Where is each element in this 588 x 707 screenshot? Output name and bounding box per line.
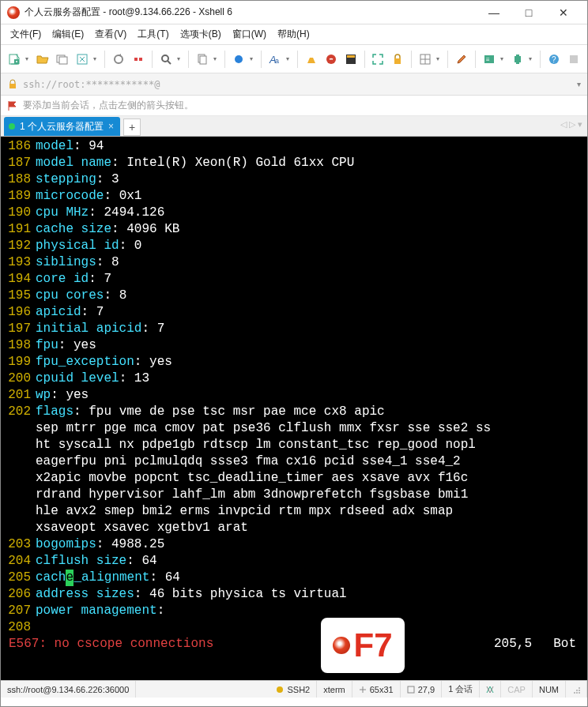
minimize-button[interactable]: — bbox=[477, 2, 511, 24]
new-session-icon[interactable] bbox=[6, 49, 23, 70]
separator bbox=[261, 51, 262, 68]
terminal-line: hle avx2 smep bmi2 erms invpcid rtm mpx … bbox=[1, 503, 587, 520]
svg-point-5 bbox=[115, 55, 122, 63]
status-net-icon bbox=[480, 681, 501, 698]
tab-nav[interactable]: ◁ ▷ ▾ bbox=[560, 119, 582, 130]
dropdown-icon[interactable]: ▾ bbox=[577, 80, 581, 88]
terminal-line: x2apic movbe popcnt tsc_deadline_timer a… bbox=[1, 470, 587, 487]
svg-rect-7 bbox=[139, 58, 142, 61]
status-bar: ssh://root@9.134.66.226:36000 SSH2 xterm… bbox=[1, 680, 587, 698]
terminal[interactable]: 186 model : 94187 model name : Intel(R) … bbox=[1, 137, 587, 680]
help-icon[interactable]: ? bbox=[545, 49, 563, 70]
svg-text:a: a bbox=[275, 57, 279, 65]
toolbar: ▾ ▾ ▾ ▾ ▾ Aa ▾ ▾ ≡ ▾ ▾ ? bbox=[1, 45, 587, 73]
terminal-line: eagerfpu pni pclmulqdq ssse3 fma cx16 pc… bbox=[1, 453, 587, 470]
terminal-line: 207 power management: bbox=[1, 603, 587, 619]
tabs-icon[interactable] bbox=[54, 49, 71, 70]
separator bbox=[364, 51, 365, 68]
lock-icon[interactable] bbox=[389, 49, 406, 70]
terminal-line: 200 cpuid level : 13 bbox=[1, 370, 587, 387]
transfer-icon[interactable] bbox=[74, 49, 91, 70]
menu-view[interactable]: 查看(V) bbox=[90, 25, 131, 43]
terminal-line: ht syscall nx pdpe1gb rdtscp lm constant… bbox=[1, 437, 587, 453]
open-icon[interactable] bbox=[34, 49, 51, 70]
separator bbox=[188, 51, 189, 68]
copy-icon[interactable] bbox=[194, 49, 211, 70]
shortcut-overlay: F7 bbox=[321, 618, 405, 673]
terminal-line: 201 wp : yes bbox=[1, 387, 587, 404]
maximize-button[interactable]: □ bbox=[511, 2, 546, 24]
fullscreen-icon[interactable] bbox=[370, 49, 387, 70]
terminal-line: 204 clflush size : 64 bbox=[1, 553, 587, 570]
edit-icon[interactable] bbox=[453, 49, 470, 70]
separator bbox=[540, 51, 541, 68]
about-icon[interactable] bbox=[565, 49, 582, 70]
terminal-line: 190 cpu MHz : 2494.126 bbox=[1, 205, 587, 221]
dropdown-icon[interactable]: ▾ bbox=[286, 55, 292, 62]
dropdown-icon[interactable]: ▾ bbox=[93, 55, 100, 62]
record-icon[interactable] bbox=[322, 49, 340, 70]
tab-close-icon[interactable]: × bbox=[108, 121, 114, 132]
window-title: 个人云服务器配置 - root@9.134.66.226 - Xshell 6 bbox=[24, 6, 477, 19]
terminal-line: 189 microcode : 0x1 bbox=[1, 188, 587, 205]
terminal-line: 188 stepping : 3 bbox=[1, 171, 587, 188]
dropdown-icon[interactable]: ▾ bbox=[25, 55, 32, 62]
terminal-line: 192 physical id : 0 bbox=[1, 238, 587, 254]
separator bbox=[297, 51, 298, 68]
dropdown-icon[interactable]: ▾ bbox=[500, 55, 507, 62]
dropdown-icon[interactable]: ▾ bbox=[529, 55, 535, 62]
separator bbox=[411, 51, 412, 68]
svg-point-33 bbox=[579, 690, 580, 691]
svg-rect-16 bbox=[347, 55, 355, 58]
script-icon[interactable] bbox=[342, 49, 360, 70]
status-size: 65x31 bbox=[352, 681, 401, 698]
terminal-line: 187 model name : Intel(R) Xeon(R) Gold 6… bbox=[1, 155, 587, 171]
close-button[interactable]: ✕ bbox=[546, 2, 581, 24]
menu-tabs[interactable]: 选项卡(B) bbox=[175, 25, 226, 43]
status-protocol: SSH2 bbox=[270, 681, 317, 698]
tab-bar: 1 个人云服务器配置 × + ◁ ▷ ▾ bbox=[1, 116, 587, 137]
terminal-line: 206 address sizes : 46 bits physica ts v… bbox=[1, 586, 587, 603]
disconnect-icon[interactable] bbox=[130, 49, 147, 70]
menu-help[interactable]: 帮助(H) bbox=[273, 25, 315, 43]
menu-file[interactable]: 文件(F) bbox=[6, 25, 46, 43]
xshell-icon bbox=[333, 637, 350, 654]
svg-rect-24 bbox=[516, 55, 519, 56]
terminal-line: 186 model : 94 bbox=[1, 138, 587, 155]
address-text: ssh://root:************@ bbox=[23, 79, 577, 90]
status-cursor: 27,9 bbox=[401, 681, 442, 698]
terminal-line: 191 cache size : 4096 KB bbox=[1, 221, 587, 238]
layout-icon[interactable] bbox=[416, 49, 434, 70]
font-icon[interactable]: Aa bbox=[266, 49, 284, 70]
color-icon[interactable] bbox=[230, 49, 247, 70]
svg-point-37 bbox=[579, 692, 580, 694]
highlight-icon[interactable] bbox=[303, 49, 320, 70]
svg-rect-6 bbox=[134, 58, 138, 61]
hint-bar: 要添加当前会话，点击左侧的箭头按钮。 bbox=[1, 96, 587, 116]
cursor: e bbox=[66, 570, 74, 586]
terminal-line: 208 bbox=[1, 619, 587, 636]
reconnect-icon[interactable] bbox=[110, 49, 127, 70]
plugin-icon[interactable] bbox=[509, 49, 526, 70]
svg-rect-29 bbox=[9, 84, 16, 88]
terminal-line: 198 fpu : yes bbox=[1, 337, 587, 354]
terminal-line: 196 apicid : 7 bbox=[1, 304, 587, 321]
menu-edit[interactable]: 编辑(E) bbox=[47, 25, 89, 43]
menu-window[interactable]: 窗口(W) bbox=[228, 25, 271, 43]
dropdown-icon[interactable]: ▾ bbox=[177, 55, 183, 62]
svg-point-36 bbox=[576, 692, 578, 694]
tab-add-button[interactable]: + bbox=[123, 118, 141, 136]
menu-tools[interactable]: 工具(T) bbox=[133, 25, 173, 43]
terminal-line: 195 cpu cores : 8 bbox=[1, 288, 587, 304]
title-bar: 个人云服务器配置 - root@9.134.66.226 - Xshell 6 … bbox=[1, 1, 587, 24]
svg-text:?: ? bbox=[552, 55, 556, 64]
command-icon[interactable]: ≡ bbox=[481, 49, 498, 70]
session-tab[interactable]: 1 个人云服务器配置 × bbox=[4, 117, 120, 136]
dropdown-icon[interactable]: ▾ bbox=[250, 55, 256, 62]
address-bar[interactable]: ssh://root:************@ ▾ bbox=[1, 73, 587, 96]
terminal-line: 202 flags : fpu vme de pse tsc msr pae m… bbox=[1, 404, 587, 420]
terminal-line: 197 initial apicid : 7 bbox=[1, 321, 587, 337]
search-icon[interactable] bbox=[157, 49, 175, 70]
dropdown-icon[interactable]: ▾ bbox=[436, 55, 443, 62]
dropdown-icon[interactable]: ▾ bbox=[213, 55, 220, 62]
